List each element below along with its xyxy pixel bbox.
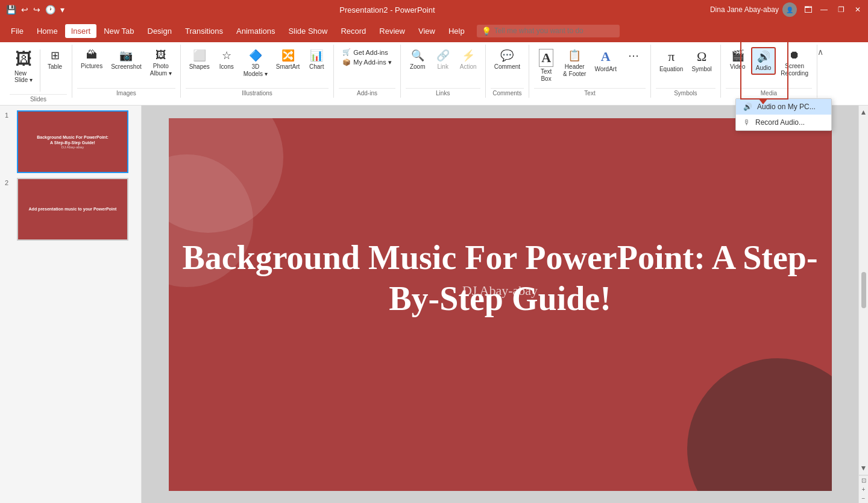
fit-page-button[interactable]: ⊡ bbox=[860, 476, 867, 485]
minimize-button[interactable]: — bbox=[820, 5, 828, 14]
equation-label: Equation bbox=[659, 66, 683, 73]
scroll-down-button[interactable]: ▼ bbox=[858, 461, 868, 475]
chart-button[interactable]: 📊 Chart bbox=[304, 47, 329, 72]
shapes-icon: ⬜ bbox=[193, 49, 206, 62]
text-group-label: Text bbox=[534, 88, 646, 98]
menu-insert[interactable]: Insert bbox=[65, 24, 97, 38]
pictures-icon: 🏔 bbox=[86, 49, 97, 62]
maximize-button[interactable]: ❐ bbox=[837, 5, 845, 14]
slide-thumb-2[interactable]: 2 Add presentation music to your PowerPo… bbox=[5, 178, 136, 241]
symbol-button[interactable]: Ω Symbol bbox=[688, 47, 715, 75]
smartart-button[interactable]: 🔀 SmartArt bbox=[272, 47, 303, 72]
menu-design[interactable]: Design bbox=[142, 24, 178, 38]
link-label: Link bbox=[438, 63, 448, 71]
comments-group-label: Comments bbox=[491, 88, 524, 98]
menu-view[interactable]: View bbox=[412, 24, 441, 38]
zoom-button[interactable]: 🔍 Zoom bbox=[406, 47, 430, 72]
get-addins-label: Get Add-ins bbox=[353, 49, 388, 56]
zoom-in-button[interactable]: + bbox=[861, 485, 867, 494]
shapes-button[interactable]: ⬜ Shapes bbox=[186, 47, 213, 72]
titlebar-right: Dina Jane Abay-abay 👤 🗔 — ❐ ✕ bbox=[710, 2, 862, 17]
redo-icon[interactable]: ↪ bbox=[33, 5, 40, 14]
comment-button[interactable]: 💬 Comment bbox=[491, 47, 524, 72]
save-icon[interactable]: 💾 bbox=[6, 5, 16, 14]
action-button[interactable]: ⚡ Action bbox=[456, 47, 480, 72]
menu-transitions[interactable]: Transitions bbox=[179, 24, 229, 38]
audio-on-pc-item[interactable]: 🔊 Audio on My PC... bbox=[736, 99, 831, 115]
app-title: Presentation2 - PowerPoint bbox=[339, 5, 435, 14]
new-slide-button[interactable]: 🖼 NewSlide ▾ bbox=[10, 47, 37, 85]
menu-newtab[interactable]: New Tab bbox=[98, 24, 140, 38]
collapse-ribbon-button[interactable]: ∧ bbox=[817, 47, 823, 57]
screenshot-button[interactable]: 📷 Screenshot bbox=[107, 47, 145, 72]
menu-file[interactable]: File bbox=[5, 24, 30, 38]
equation-button[interactable]: π Equation bbox=[656, 47, 687, 75]
menu-animations[interactable]: Animations bbox=[230, 24, 281, 38]
video-icon: 🎬 bbox=[731, 49, 744, 62]
slide-main[interactable]: Background Music For PowerPoint: A Step-… bbox=[169, 118, 832, 491]
text-box-label: TextBox bbox=[541, 68, 552, 83]
symbol-icon: Ω bbox=[697, 49, 706, 65]
ribbon-group-slides: 🖼 NewSlide ▾ ⊞ Table Slides bbox=[5, 45, 72, 98]
content-area: Background Music For PowerPoint: A Step-… bbox=[142, 106, 858, 503]
close-button[interactable]: ✕ bbox=[854, 5, 862, 14]
more-text-button[interactable]: ⋯ bbox=[621, 47, 646, 65]
media-group-items: 🎬 Video 🔊 Audio ⏺ ScreenRecording bbox=[726, 45, 812, 88]
symbols-group-items: π Equation Ω Symbol bbox=[656, 45, 715, 88]
text-box-icon: A bbox=[539, 49, 553, 67]
get-addins-button[interactable]: 🛒 Get Add-ins bbox=[339, 47, 395, 57]
zoom-out-button[interactable]: − bbox=[861, 494, 867, 503]
ribbon-group-media: 🎬 Video 🔊 Audio ⏺ ScreenRecording Media bbox=[721, 45, 817, 98]
search-input[interactable] bbox=[494, 27, 615, 35]
menubar: File Home Insert New Tab Design Transiti… bbox=[0, 19, 868, 42]
ribbon-group-addins: 🛒 Get Add-ins 📦 My Add-ins ▾ Add-ins bbox=[334, 45, 400, 98]
main-area: 1 Background Music For PowerPoint:A Step… bbox=[0, 106, 868, 503]
customize-icon[interactable]: ▾ bbox=[60, 5, 64, 14]
screenshot-icon: 📷 bbox=[119, 49, 133, 62]
restore-down-icon[interactable]: 🗔 bbox=[804, 5, 813, 14]
3d-models-button[interactable]: 🔷 3DModels ▾ bbox=[240, 47, 271, 80]
icons-button[interactable]: ☆ Icons bbox=[215, 47, 239, 72]
screen-recording-icon: ⏺ bbox=[789, 49, 800, 62]
screen-recording-button[interactable]: ⏺ ScreenRecording bbox=[777, 47, 812, 79]
pictures-button[interactable]: 🏔 Pictures bbox=[77, 47, 106, 72]
new-slide-label: NewSlide ▾ bbox=[14, 70, 33, 83]
slide-thumb-1[interactable]: 1 Background Music For PowerPoint:A Step… bbox=[5, 110, 136, 173]
menu-home[interactable]: Home bbox=[31, 24, 64, 38]
separator bbox=[40, 49, 40, 92]
images-group-items: 🏔 Pictures 📷 Screenshot 🖼 PhotoAlbum ▾ bbox=[77, 45, 175, 88]
scroll-track bbox=[861, 119, 866, 461]
chart-label: Chart bbox=[309, 63, 324, 71]
scroll-thumb[interactable] bbox=[861, 272, 866, 308]
table-label: Table bbox=[48, 63, 62, 71]
record-audio-item[interactable]: 🎙 Record Audio... bbox=[736, 115, 831, 130]
autosave-icon[interactable]: 🕐 bbox=[45, 5, 55, 14]
audio-button[interactable]: 🔊 Audio bbox=[751, 47, 776, 75]
comments-group-items: 💬 Comment bbox=[491, 45, 524, 88]
table-icon: ⊞ bbox=[51, 49, 60, 62]
3d-models-icon: 🔷 bbox=[249, 49, 262, 62]
menu-help[interactable]: Help bbox=[442, 24, 471, 38]
icons-label: Icons bbox=[219, 63, 234, 71]
link-button[interactable]: 🔗 Link bbox=[431, 47, 455, 72]
slides-group-label: Slides bbox=[10, 94, 67, 104]
avatar[interactable]: 👤 bbox=[782, 2, 797, 17]
menu-slideshow[interactable]: Slide Show bbox=[282, 24, 333, 38]
photo-album-button[interactable]: 🖼 PhotoAlbum ▾ bbox=[146, 47, 175, 79]
text-group-items: A TextBox 📋 Header& Footer A WordArt ⋯ bbox=[534, 45, 646, 88]
video-button[interactable]: 🎬 Video bbox=[726, 47, 750, 72]
wordart-button[interactable]: A WordArt bbox=[591, 47, 620, 75]
menu-review[interactable]: Review bbox=[373, 24, 411, 38]
scroll-up-button[interactable]: ▲ bbox=[858, 106, 868, 119]
table-button[interactable]: ⊞ Table bbox=[43, 47, 67, 72]
3d-models-label: 3DModels ▾ bbox=[244, 63, 268, 78]
addins-group-items: 🛒 Get Add-ins 📦 My Add-ins ▾ bbox=[339, 45, 395, 88]
slide-title: Background Music For PowerPoint: A Step-… bbox=[169, 238, 832, 318]
zoom-icon: 🔍 bbox=[411, 49, 424, 62]
my-addins-button[interactable]: 📦 My Add-ins ▾ bbox=[339, 57, 395, 68]
text-box-button[interactable]: A TextBox bbox=[534, 47, 558, 84]
menu-record[interactable]: Record bbox=[335, 24, 372, 38]
header-footer-button[interactable]: 📋 Header& Footer bbox=[559, 47, 590, 80]
thumb1-title: Background Music For PowerPoint:A Step-B… bbox=[37, 134, 108, 145]
undo-icon[interactable]: ↩ bbox=[21, 5, 28, 14]
